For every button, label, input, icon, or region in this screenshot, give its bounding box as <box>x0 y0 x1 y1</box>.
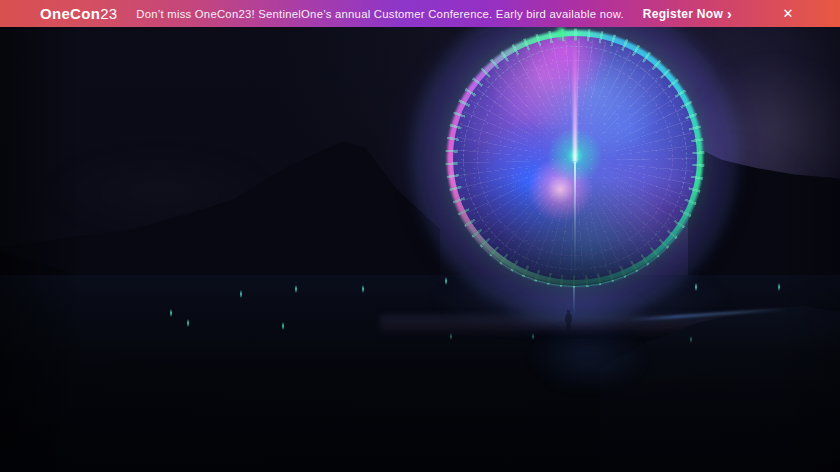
portal-orb <box>447 30 703 286</box>
light-streak <box>187 319 189 327</box>
light-streak <box>170 309 172 317</box>
onecon-landing-page: OneCon23 Don’t miss OneCon23! SentinelOn… <box>0 0 840 472</box>
register-now-link[interactable]: Register Now › <box>643 7 732 21</box>
light-streak <box>532 333 534 340</box>
onecon-logo[interactable]: OneCon23 <box>40 5 117 22</box>
close-icon: ✕ <box>783 7 794 20</box>
banner-message: Don’t miss OneCon23! SentinelOne’s annua… <box>117 8 642 20</box>
portal-bottom-fade <box>447 30 703 286</box>
light-streak <box>362 285 364 293</box>
onecon-logo-year: 23 <box>100 5 117 22</box>
light-streak <box>282 322 284 330</box>
light-streak <box>240 290 242 298</box>
register-now-label: Register Now <box>643 7 723 21</box>
announcement-banner: OneCon23 Don’t miss OneCon23! SentinelOn… <box>0 0 840 27</box>
light-streak <box>450 333 452 340</box>
onecon-logo-brand: OneCon <box>40 5 100 22</box>
banner-close-button[interactable]: ✕ <box>780 6 796 22</box>
hero-image <box>0 27 840 472</box>
light-streak <box>778 283 780 291</box>
ground-light-patch <box>528 323 648 393</box>
chevron-right-icon: › <box>727 7 732 21</box>
light-streak <box>295 285 297 293</box>
light-streak <box>690 336 692 343</box>
